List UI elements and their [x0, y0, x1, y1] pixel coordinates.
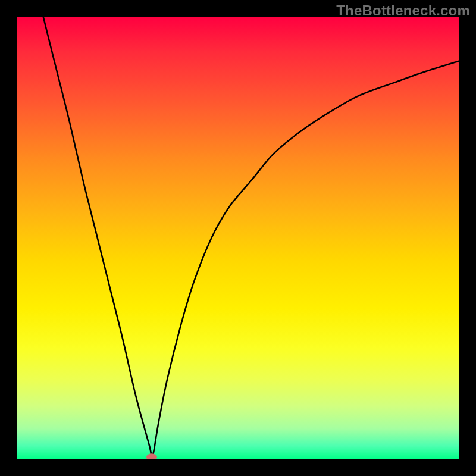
- curve-svg: [17, 17, 459, 459]
- bottleneck-curve: [43, 17, 459, 458]
- optimum-point-marker: [146, 453, 157, 459]
- chart-container: TheBottleneck.com: [0, 0, 476, 476]
- plot-area: [17, 17, 459, 459]
- watermark-text: TheBottleneck.com: [336, 2, 470, 19]
